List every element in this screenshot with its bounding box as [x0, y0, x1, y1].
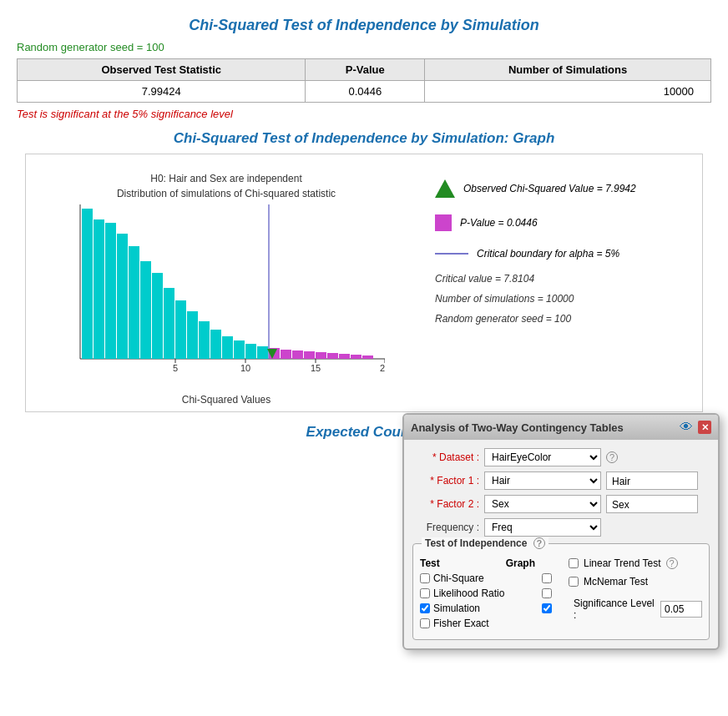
- svg-rect-22: [316, 352, 326, 359]
- likelihood-ratio-checkbox[interactable]: [420, 588, 430, 598]
- legend-square-icon: [435, 214, 452, 231]
- chart-h0-line2: Distribution of simulations of Chi-squar…: [34, 186, 418, 201]
- svg-text:10: 10: [240, 363, 250, 373]
- graph-title: Chi-Squared Test of Independence by Simu…: [17, 130, 711, 147]
- dataset-label: * Dataset :: [412, 451, 479, 463]
- svg-rect-17: [257, 346, 268, 359]
- graph-container: H0: Hair and Sex are independent Distrib…: [25, 154, 703, 412]
- svg-rect-20: [292, 350, 303, 359]
- svg-rect-2: [82, 209, 93, 359]
- svg-rect-25: [351, 355, 361, 359]
- dialog-controls: 👁 ✕: [680, 420, 711, 435]
- chart-area: H0: Hair and Sex are independent Distrib…: [34, 171, 418, 405]
- col-graph-label: Graph: [506, 557, 535, 569]
- legend-pvalue: P-Value = 0.0446: [435, 214, 685, 231]
- fisher-exact-checkbox[interactable]: [420, 618, 430, 628]
- simulation-graph-checkbox[interactable]: [542, 603, 552, 613]
- dialog-body: * Dataset : HairEyeColor ? * Factor 1 : …: [404, 440, 718, 648]
- col-header-simulations: Number of Simulations: [425, 59, 711, 81]
- page-title: Chi-Squared Test of Independence by Simu…: [17, 17, 711, 34]
- linear-trend-row: Linear Trend Test ?: [569, 557, 702, 569]
- simulation-label-group: Simulation: [420, 603, 480, 614]
- svg-rect-7: [140, 261, 151, 359]
- svg-text:20: 20: [380, 363, 385, 373]
- legend-critical-value-text: Critical value = 7.8104: [435, 273, 534, 285]
- sig-level-label: Significance Level :: [574, 598, 655, 621]
- col-header-pvalue: P-Value: [306, 59, 425, 81]
- frequency-label: Frequency :: [412, 522, 479, 533]
- chi-square-label: Chi-Square: [433, 572, 484, 584]
- toi-right: Linear Trend Test ? McNemar Test Signifi…: [569, 557, 702, 633]
- cell-observed: 7.99424: [18, 81, 306, 103]
- chart-h0-line1: H0: Hair and Sex are independent: [34, 171, 418, 186]
- svg-rect-23: [327, 353, 338, 359]
- toi-left: Test Graph Chi-Square: [420, 557, 560, 633]
- simulation-label: Simulation: [433, 603, 480, 614]
- chart-x-label: Chi-Squared Values: [34, 394, 418, 406]
- likelihood-ratio-graph-checkbox[interactable]: [542, 588, 552, 598]
- likelihood-ratio-row: Likelihood Ratio: [420, 587, 560, 599]
- dialog-eye-button[interactable]: 👁: [680, 420, 693, 435]
- dataset-row: * Dataset : HairEyeColor ?: [412, 448, 710, 466]
- legend-num-simulations-text: Number of simulations = 10000: [435, 293, 574, 305]
- legend-random-seed: Random generator seed = 100: [435, 313, 685, 325]
- frequency-select[interactable]: Freq: [484, 518, 601, 537]
- mcnemar-checkbox[interactable]: [569, 577, 579, 587]
- factor2-select[interactable]: Sex: [484, 495, 601, 513]
- toi-title: Test of Independence: [425, 537, 527, 549]
- legend-critical-value: Critical value = 7.8104: [435, 273, 685, 285]
- linear-trend-checkbox[interactable]: [569, 558, 579, 568]
- legend-line-icon: [435, 253, 468, 255]
- linear-trend-help-icon[interactable]: ?: [666, 557, 678, 569]
- fisher-exact-label-group: Fisher Exact: [420, 618, 489, 629]
- toi-help-icon[interactable]: ?: [533, 537, 545, 549]
- svg-rect-9: [164, 288, 174, 359]
- col-test-label: Test: [420, 557, 440, 569]
- toi-legend: Test of Independence ?: [422, 537, 549, 549]
- legend-chi-sq-label: Observed Chi-Squared Value = 7.9942: [463, 183, 636, 194]
- simulation-checkbox[interactable]: [420, 603, 430, 613]
- cell-simulations: 10000: [425, 81, 711, 103]
- svg-rect-5: [117, 234, 128, 359]
- sig-level-input[interactable]: [660, 601, 702, 618]
- dialog-close-button[interactable]: ✕: [698, 421, 711, 434]
- dataset-select[interactable]: HairEyeColor: [484, 448, 601, 466]
- legend-critical-label: Critical boundary for alpha = 5%: [477, 248, 619, 260]
- dialog-title: Analysis of Two-Way Contingency Tables: [411, 421, 624, 434]
- likelihood-ratio-label-group: Likelihood Ratio: [420, 587, 504, 599]
- legend-pvalue-label: P-Value = 0.0446: [460, 217, 538, 229]
- svg-rect-21: [304, 351, 315, 359]
- chi-square-graph-checkbox[interactable]: [542, 573, 552, 583]
- svg-rect-26: [362, 355, 373, 359]
- svg-text:5: 5: [173, 363, 178, 373]
- svg-rect-15: [234, 340, 245, 359]
- svg-rect-6: [129, 246, 139, 359]
- significant-text: Test is significant at the 5% significan…: [17, 108, 711, 120]
- chi-square-label-group: Chi-Square: [420, 572, 484, 584]
- simulation-row: Simulation: [420, 603, 560, 614]
- svg-rect-14: [222, 336, 233, 359]
- analysis-dialog: Analysis of Two-Way Contingency Tables 👁…: [402, 413, 720, 650]
- legend-triangle-icon: [435, 179, 455, 198]
- svg-rect-19: [281, 350, 291, 359]
- toi-header: Test Graph: [420, 557, 560, 569]
- chart-h0-text: H0: Hair and Sex are independent Distrib…: [34, 171, 418, 201]
- chi-square-row: Chi-Square: [420, 572, 560, 584]
- mcnemar-label: McNemar Test: [584, 576, 648, 587]
- svg-rect-8: [152, 273, 163, 359]
- factor2-label: * Factor 2 :: [412, 498, 479, 510]
- factor1-label: * Factor 1 :: [412, 475, 479, 487]
- fisher-exact-row: Fisher Exact: [420, 618, 560, 629]
- svg-rect-12: [199, 321, 210, 359]
- sig-level-row: Significance Level :: [569, 598, 702, 621]
- dataset-help-icon[interactable]: ?: [606, 451, 618, 463]
- table-row: 7.99424 0.0446 10000: [18, 81, 711, 103]
- test-of-independence: Test of Independence ? Test Graph Chi-Sq…: [412, 543, 710, 640]
- main-content: Chi-Squared Test of Independence by Simu…: [0, 0, 728, 449]
- svg-rect-24: [339, 354, 350, 359]
- chi-square-checkbox[interactable]: [420, 573, 430, 583]
- histogram-chart: 5 10 15 20: [34, 204, 385, 388]
- random-seed-label: Random generator seed = 100: [17, 41, 711, 53]
- factor1-select[interactable]: Hair: [484, 471, 601, 490]
- svg-rect-4: [105, 223, 116, 359]
